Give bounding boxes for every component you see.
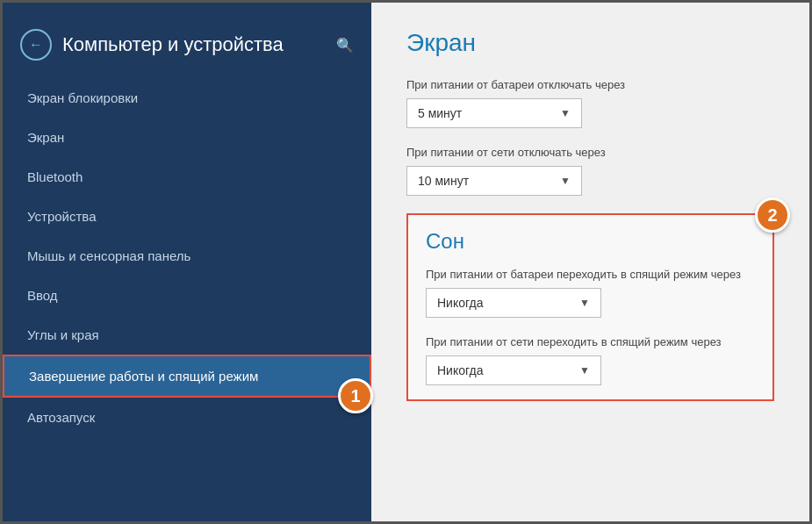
network-sleep-arrow: ▼	[579, 364, 590, 377]
main-window: ← Компьютер и устройства 🔍 Экран блокиро…	[0, 0, 812, 524]
content-inner: Экран При питании от батареи отключать ч…	[406, 29, 774, 401]
sidebar-item-mysh[interactable]: Мышь и сенсорная панель	[3, 236, 371, 276]
sidebar: ← Компьютер и устройства 🔍 Экран блокиро…	[3, 3, 371, 521]
content-panel: Экран При питании от батареи отключать ч…	[371, 3, 809, 521]
battery-screen-arrow: ▼	[560, 107, 571, 119]
sidebar-item-ugly[interactable]: Углы и края	[3, 315, 371, 355]
battery-screen-label: При питании от батареи отключать через	[406, 78, 774, 91]
sidebar-item-bluetooth[interactable]: Bluetooth	[3, 157, 371, 197]
son-section: 2 Сон При питании от батареи переходить …	[406, 213, 774, 401]
sidebar-item-ekran-blokirovki[interactable]: Экран блокировки	[3, 78, 371, 118]
sidebar-header: ← Компьютер и устройства 🔍	[3, 20, 371, 78]
battery-sleep-value: Никогда	[437, 296, 483, 310]
network-screen-value: 10 минут	[418, 174, 469, 188]
badge-1: 1	[338, 378, 373, 413]
battery-sleep-dropdown[interactable]: Никогда ▼	[426, 288, 601, 318]
page-title: Экран	[406, 29, 774, 57]
nav-items: Экран блокировки Экран Bluetooth Устройс…	[3, 78, 371, 521]
battery-sleep-arrow: ▼	[579, 297, 590, 309]
search-icon[interactable]: 🔍	[336, 37, 354, 54]
network-sleep-label: При питании от сети переходить в спящий …	[426, 335, 755, 348]
network-sleep-dropdown[interactable]: Никогда ▼	[426, 355, 601, 385]
battery-screen-value: 5 минут	[418, 106, 462, 120]
sidebar-title: Компьютер и устройства	[62, 33, 326, 56]
battery-sleep-section: При питании от батареи переходить в спящ…	[426, 268, 755, 318]
sidebar-item-avtozapusk[interactable]: Автозапуск	[3, 398, 371, 437]
son-title: Сон	[426, 229, 755, 254]
battery-screen-dropdown[interactable]: 5 минут ▼	[406, 98, 582, 128]
sidebar-item-ekran[interactable]: Экран	[3, 118, 371, 157]
badge-2: 2	[755, 197, 790, 233]
battery-sleep-label: При питании от батареи переходить в спящ…	[426, 268, 755, 281]
network-sleep-value: Никогда	[437, 363, 483, 377]
sidebar-item-zavershenie[interactable]: Завершение работы и спящий режим 1	[3, 355, 371, 398]
sidebar-item-ustroystva[interactable]: Устройства	[3, 197, 371, 236]
network-screen-section: При питании от сети отключать через 10 м…	[406, 146, 774, 196]
network-screen-arrow: ▼	[560, 175, 571, 187]
network-sleep-section: При питании от сети переходить в спящий …	[426, 335, 755, 385]
back-button[interactable]: ←	[20, 29, 52, 61]
sidebar-item-vvod[interactable]: Ввод	[3, 276, 371, 315]
network-screen-label: При питании от сети отключать через	[406, 146, 774, 159]
network-screen-dropdown[interactable]: 10 минут ▼	[406, 166, 582, 196]
battery-screen-section: При питании от батареи отключать через 5…	[406, 78, 774, 128]
